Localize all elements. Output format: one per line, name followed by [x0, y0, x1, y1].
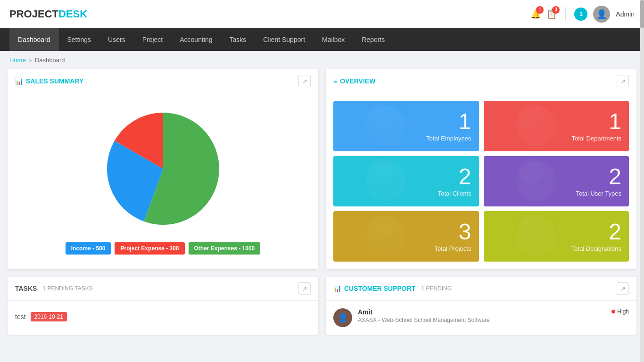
stat-total-designations: 2 Total Designations: [484, 211, 629, 262]
task-name: test: [15, 313, 26, 321]
stat-employees-number: 1: [459, 110, 471, 133]
priority-dot: [611, 310, 615, 313]
nav-item-dashboard[interactable]: Dashboard: [9, 28, 59, 51]
legend-income: Income - 500: [66, 242, 111, 255]
support-description: AXASX - Web-School School Management Sof…: [358, 317, 606, 323]
task-item: test 2016-10-21: [15, 308, 311, 325]
support-name: Amit: [358, 308, 606, 316]
scrollbar-track[interactable]: [640, 0, 644, 344]
support-chart-icon: 📊: [333, 285, 341, 292]
stat-departments-number: 1: [609, 110, 621, 133]
support-priority: High: [611, 308, 629, 315]
notification-bell-badge: 1: [536, 6, 544, 14]
stat-clients-number: 2: [459, 165, 471, 188]
main-nav: Dashboard Settings Users Project Account…: [0, 28, 644, 51]
stat-projects-label: Total Projects: [434, 245, 471, 252]
nav-item-accounting[interactable]: Accounting: [171, 28, 221, 51]
bg-circles-user-types: [484, 156, 629, 206]
header-divider: [565, 7, 566, 21]
breadcrumb: Home » Dashboard: [0, 51, 644, 69]
nav-item-reports[interactable]: Reports: [353, 28, 393, 51]
header: PROJECTDESK 🔔 1 📋 3 1 👤 Admin: [0, 0, 644, 28]
customer-support-expand-button[interactable]: ↗: [617, 282, 629, 295]
nav-item-client-support[interactable]: Client Support: [255, 28, 314, 51]
tasks-card: TASKS 1 pending tasks ↗ test 2016-10-21: [8, 277, 318, 335]
main-content: 📊 SALES SUMMARY ↗ Income - 500 Project E…: [0, 69, 644, 344]
breadcrumb-current: Dashboard: [35, 57, 65, 64]
support-area: 👤 Amit AXASX - Web-School School Managem…: [326, 301, 636, 335]
bg-circles-clients: [333, 156, 479, 206]
nav-item-mailbox[interactable]: Mailbox: [314, 28, 353, 51]
svg-point-5: [368, 158, 394, 184]
list-icon: ≡: [333, 77, 337, 85]
svg-point-1: [368, 103, 394, 129]
legend-project-expense: Project Expense - 300: [115, 242, 184, 255]
chart-legend: Income - 500 Project Expense - 300 Other…: [66, 242, 261, 255]
stat-clients-label: Total Clients: [438, 190, 471, 197]
breadcrumb-home[interactable]: Home: [9, 57, 26, 64]
sales-summary-card: 📊 SALES SUMMARY ↗ Income - 500 Project E…: [8, 69, 318, 269]
legend-other-expenses: Other Expenses - 1000: [189, 242, 261, 255]
customer-support-pending: 1 pending: [421, 285, 452, 292]
task-date: 2016-10-21: [31, 312, 67, 321]
stat-employees-label: Total Employees: [426, 135, 471, 142]
customer-support-header: 📊 CUSTOMER SUPPORT 1 pending ↗: [326, 277, 636, 301]
stat-user-types-label: Total User Types: [576, 190, 621, 197]
overview-expand-button[interactable]: ↗: [617, 75, 629, 87]
nav-item-project[interactable]: Project: [134, 28, 172, 51]
support-avatar: 👤: [333, 308, 352, 327]
stat-designations-number: 2: [609, 221, 621, 243]
chart-area: Income - 500 Project Expense - 300 Other…: [8, 93, 318, 264]
bg-circles-employees: [333, 101, 479, 151]
customer-support-card: 📊 CUSTOMER SUPPORT 1 pending ↗ 👤 Amit AX…: [326, 277, 636, 335]
svg-point-3: [519, 103, 544, 129]
overview-card: ≡ OVERVIEW ↗ 1 Total Employees 1 Tot: [326, 69, 636, 269]
priority-label: High: [617, 308, 629, 315]
svg-point-7: [519, 158, 544, 184]
tasks-area: test 2016-10-21: [8, 301, 318, 333]
scrollbar-thumb[interactable]: [640, 0, 644, 28]
tasks-pending-label: 1 pending tasks: [42, 285, 92, 292]
support-item: 👤 Amit AXASX - Web-School School Managem…: [333, 308, 629, 327]
bg-circles-designations: [484, 211, 629, 262]
bg-circles-departments: [484, 101, 629, 151]
sales-summary-header: 📊 SALES SUMMARY ↗: [8, 69, 318, 93]
svg-point-11: [519, 214, 544, 239]
tasks-title: TASKS 1 pending tasks: [15, 285, 93, 292]
nav-item-tasks[interactable]: Tasks: [221, 28, 255, 51]
support-info: Amit AXASX - Web-School School Managemen…: [358, 308, 606, 323]
sales-summary-title: 📊 SALES SUMMARY: [15, 77, 83, 85]
avatar: 👤: [593, 6, 610, 23]
notification-envelope-badge: 3: [552, 6, 560, 14]
bar-chart-icon: 📊: [15, 77, 23, 85]
stat-departments-label: Total Departments: [572, 135, 622, 142]
stat-total-clients: 2 Total Clients: [333, 156, 479, 206]
logo-desk: DESK: [58, 8, 87, 20]
logo: PROJECTDESK: [9, 8, 87, 20]
nav-item-users[interactable]: Users: [99, 28, 134, 51]
pie-chart: [97, 103, 229, 235]
svg-point-9: [368, 214, 394, 239]
user-badge: 1: [574, 8, 587, 21]
header-right: 🔔 1 📋 3 1 👤 Admin: [530, 6, 635, 23]
bg-circles-projects: [333, 211, 479, 262]
tasks-header: TASKS 1 pending tasks ↗: [8, 277, 318, 301]
overview-title: ≡ OVERVIEW: [333, 77, 375, 85]
stat-total-projects: 3 Total Projects: [333, 211, 479, 262]
notification-envelope-button[interactable]: 📋 3: [546, 9, 557, 19]
stat-total-user-types: 2 Total User Types: [484, 156, 629, 206]
overview-grid: 1 Total Employees 1 Total Departments 2 …: [326, 93, 636, 269]
stat-projects-number: 3: [459, 221, 471, 243]
logo-project: PROJECT: [9, 8, 58, 20]
customer-support-title: 📊 CUSTOMER SUPPORT 1 pending: [333, 285, 452, 292]
nav-item-settings[interactable]: Settings: [59, 28, 100, 51]
overview-header: ≡ OVERVIEW ↗: [326, 69, 636, 93]
stat-total-employees: 1 Total Employees: [333, 101, 479, 151]
sales-summary-expand-button[interactable]: ↗: [298, 75, 311, 87]
admin-label: Admin: [616, 10, 635, 18]
tasks-expand-button[interactable]: ↗: [298, 282, 311, 295]
stat-designations-label: Total Designations: [571, 245, 621, 252]
stat-total-departments: 1 Total Departments: [484, 101, 629, 151]
breadcrumb-arrow: »: [29, 57, 32, 64]
notification-bell-button[interactable]: 🔔 1: [530, 9, 541, 19]
